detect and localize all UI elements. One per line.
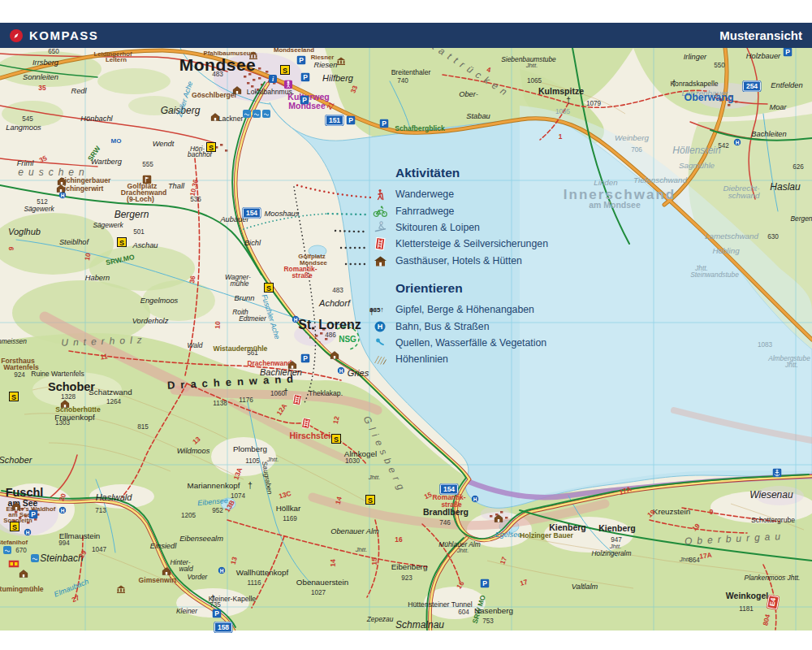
legend-orientation-item: Höhenlinien (369, 351, 546, 367)
transit-icon: H (369, 321, 391, 332)
spring-icon (369, 337, 391, 348)
legend-orientation-item: 885↑ †Gipfel, Berge & Höhenangaben (369, 301, 546, 318)
hiker-icon (369, 188, 391, 201)
contours-icon (369, 354, 391, 365)
page-title: Musteransicht (719, 28, 802, 42)
kompass-logo: KOMPASS (10, 28, 98, 42)
legend-activity-item: Klettersteige & Seilversicherungen (369, 236, 548, 252)
legend-activity-label: Skitouren & Loipen (395, 222, 480, 233)
legend-orientation-label: Höhenlinien (395, 353, 448, 365)
brand-name: KOMPASS (29, 28, 98, 42)
legend-orientation-label: Quellen, Wasserfälle & Vegetation (395, 337, 546, 349)
header-bar: KOMPASS Musteransicht (0, 23, 812, 48)
legend-orientation-title: Orientieren (395, 281, 546, 296)
legend-activity-item: Gasthäuser, Hotels & Hütten (369, 253, 548, 269)
legend-orientation: Orientieren 885↑ †Gipfel, Berge & Höhena… (369, 281, 546, 368)
legend-orientation-label: Bahn, Bus & Straßen (395, 321, 490, 332)
ski-icon (369, 221, 391, 233)
legend-activity-label: Gasthäuser, Hotels & Hütten (395, 255, 522, 266)
legend-orientation-item: Quellen, Wasserfälle & Vegetation (369, 335, 546, 351)
legend-activities-title: Aktivitäten (395, 166, 548, 180)
ferrata-icon (369, 237, 391, 250)
legend-activity-label: Wanderwege (395, 188, 454, 200)
legend-orientation-item: HBahn, Bus & Straßen (369, 318, 546, 334)
legend-activities: Aktivitäten WanderwegeFahrradwegeSkitour… (369, 166, 548, 269)
legend-activity-item: Fahrradwege (369, 202, 548, 219)
bike-icon (369, 206, 391, 217)
kompass-sample-page: KOMPASS Musteransicht (0, 0, 812, 650)
legend-activity-label: Fahrradwege (395, 206, 454, 217)
legend-activity-item: Skitouren & Loipen (369, 219, 548, 236)
summit-icon: 885↑ † (369, 308, 391, 312)
compass-icon (10, 29, 23, 42)
hut-icon (369, 255, 391, 266)
legend-activity-item: Wanderwege (369, 186, 548, 202)
svg-text:H: H (378, 323, 383, 331)
legend-activity-label: Klettersteige & Seilversicherungen (395, 238, 548, 249)
legend-orientation-label: Gipfel, Berge & Höhenangaben (395, 304, 534, 315)
